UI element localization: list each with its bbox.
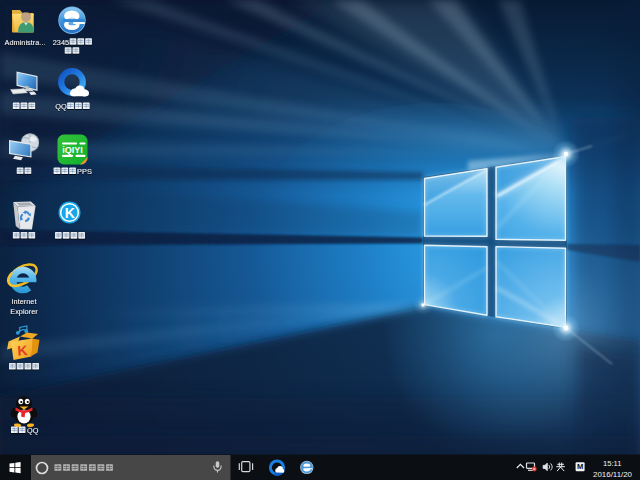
svg-text:K: K — [65, 205, 75, 221]
svg-text:2016/11/20: 2016/11/20 — [593, 470, 633, 479]
svg-text:Internet: Internet — [11, 297, 36, 306]
svg-text:M: M — [577, 462, 583, 471]
svg-text:QQ: QQ — [27, 426, 39, 435]
svg-text:K: K — [17, 342, 28, 359]
svg-text:QQ: QQ — [55, 102, 67, 111]
svg-text:2345: 2345 — [53, 38, 69, 47]
svg-text:PPS: PPS — [77, 167, 92, 176]
svg-text:Explorer: Explorer — [10, 307, 38, 316]
svg-text:iQIYI: iQIYI — [62, 145, 83, 155]
svg-text:15:11: 15:11 — [603, 459, 621, 468]
svg-text:Administra...: Administra... — [4, 38, 45, 47]
